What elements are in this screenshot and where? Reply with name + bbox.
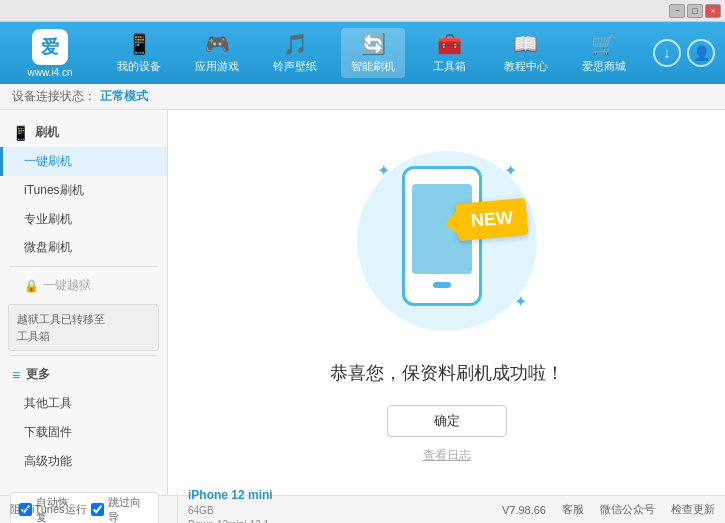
nav-item-smart-flash[interactable]: 🔄 智能刷机 (341, 28, 405, 78)
toolbox-icon: 🧰 (437, 32, 462, 56)
wallpaper-icon: 🎵 (283, 32, 308, 56)
sidebar-item-pro-flash[interactable]: 专业刷机 (0, 205, 167, 234)
restore-button[interactable]: □ (687, 4, 703, 18)
wallpaper-label: 铃声壁纸 (273, 59, 317, 74)
sparkle-icon-1: ✦ (377, 161, 390, 180)
sidebar-item-one-key-flash[interactable]: 一键刷机 (0, 147, 167, 176)
tutorial-icon: 📖 (513, 32, 538, 56)
smart-flash-label: 智能刷机 (351, 59, 395, 74)
sidebar-item-jailbreak-disabled: 🔒 一键越狱 (0, 271, 167, 300)
content-area: NEW ✦ ✦ ✦ 恭喜您，保资料刷机成功啦！ 确定 查看日志 (168, 110, 725, 495)
skip-wizard-label: 跳过向导 (108, 495, 151, 524)
more-section-icon: ≡ (12, 367, 20, 383)
sidebar-item-other-tools[interactable]: 其他工具 (0, 389, 167, 418)
sidebar-info-box: 越狱工具已转移至工具箱 (8, 304, 159, 351)
check-update-link[interactable]: 检查更新 (671, 502, 715, 517)
skip-wizard-input[interactable] (91, 503, 104, 516)
new-badge: NEW (455, 198, 528, 241)
sidebar-item-advanced[interactable]: 高级功能 (0, 447, 167, 476)
nav-item-toolbox[interactable]: 🧰 工具箱 (420, 28, 480, 78)
sidebar-divider-2 (10, 355, 157, 356)
logo-text: www.i4.cn (27, 67, 72, 78)
success-text: 恭喜您，保资料刷机成功啦！ (330, 361, 564, 385)
main-layout: 📱 刷机 一键刷机 iTunes刷机 专业刷机 微盘刷机 🔒 一键越狱 越狱工具… (0, 110, 725, 495)
version-text: V7.98.66 (502, 504, 546, 516)
shopping-label: 爱思商城 (582, 59, 626, 74)
sidebar-item-download-firmware[interactable]: 下载固件 (0, 418, 167, 447)
account-button[interactable]: 👤 (687, 39, 715, 67)
bottom-right: V7.98.66 客服 微信公众号 检查更新 (502, 502, 715, 517)
confirm-button[interactable]: 确定 (387, 405, 507, 437)
sidebar-section-more-label: 更多 (26, 366, 50, 383)
device-model: Down-12mini-13,1 (188, 518, 273, 523)
nav-item-apps-games[interactable]: 🎮 应用游戏 (185, 28, 249, 78)
sidebar-item-micro-flash[interactable]: 微盘刷机 (0, 233, 167, 262)
status-label: 设备连接状态： (12, 88, 96, 105)
customer-service-link[interactable]: 客服 (562, 502, 584, 517)
nav-bar: 爱 www.i4.cn 📱 我的设备 🎮 应用游戏 🎵 铃声壁纸 🔄 智能刷机 … (0, 22, 725, 84)
status-bar: 设备连接状态： 正常模式 (0, 84, 725, 110)
nav-right-buttons: ↓ 👤 (653, 39, 715, 67)
shopping-icon: 🛒 (591, 32, 616, 56)
sidebar-section-more: ≡ 更多 (0, 360, 167, 389)
nav-item-tutorial[interactable]: 📖 教程中心 (494, 28, 558, 78)
logo-icon: 爱 (32, 29, 68, 65)
apps-games-label: 应用游戏 (195, 59, 239, 74)
phone-button (433, 282, 451, 288)
bottom-bar: 自动恢复 跳过向导 iPhone 12 mini 64GB Down-12min… (0, 495, 725, 523)
flash-section-icon: 📱 (12, 125, 29, 141)
apps-games-icon: 🎮 (205, 32, 230, 56)
sparkle-icon-2: ✦ (504, 161, 517, 180)
sidebar-divider-1 (10, 266, 157, 267)
nav-items: 📱 我的设备 🎮 应用游戏 🎵 铃声壁纸 🔄 智能刷机 🧰 工具箱 📖 教程中心… (100, 28, 643, 78)
bottom-content: iPhone 12 mini 64GB Down-12mini-13,1 (178, 487, 502, 523)
logo: 爱 www.i4.cn (10, 29, 90, 78)
sparkle-icon-3: ✦ (514, 292, 527, 311)
nav-item-shopping[interactable]: 🛒 爱思商城 (572, 28, 636, 78)
view-log-link[interactable]: 查看日志 (423, 447, 471, 464)
sidebar-item-itunes-flash[interactable]: iTunes刷机 (0, 176, 167, 205)
success-illustration: NEW ✦ ✦ ✦ (347, 141, 547, 341)
toolbox-label: 工具箱 (433, 59, 466, 74)
stop-itunes-label: 阻止iTunes运行 (10, 502, 87, 517)
tutorial-label: 教程中心 (504, 59, 548, 74)
skip-wizard-checkbox[interactable]: 跳过向导 (91, 495, 151, 524)
my-device-icon: 📱 (127, 32, 152, 56)
my-device-label: 我的设备 (117, 59, 161, 74)
close-button[interactable]: × (705, 4, 721, 18)
sidebar-section-flash-label: 刷机 (35, 124, 59, 141)
device-name: iPhone 12 mini (188, 487, 273, 504)
lock-icon: 🔒 (24, 279, 39, 293)
status-value: 正常模式 (100, 88, 148, 105)
sidebar-section-flash: 📱 刷机 (0, 118, 167, 147)
sidebar: 📱 刷机 一键刷机 iTunes刷机 专业刷机 微盘刷机 🔒 一键越狱 越狱工具… (0, 110, 168, 495)
nav-item-my-device[interactable]: 📱 我的设备 (107, 28, 171, 78)
smart-flash-icon: 🔄 (361, 32, 386, 56)
device-capacity: 64GB (188, 504, 273, 518)
minimize-button[interactable]: － (669, 4, 685, 18)
title-bar: － □ × (0, 0, 725, 22)
wechat-public-link[interactable]: 微信公众号 (600, 502, 655, 517)
download-button[interactable]: ↓ (653, 39, 681, 67)
nav-item-wallpaper[interactable]: 🎵 铃声壁纸 (263, 28, 327, 78)
